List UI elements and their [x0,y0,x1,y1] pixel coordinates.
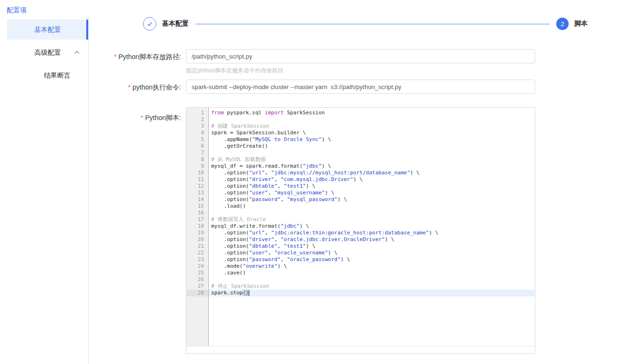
code-line[interactable]: .load() [209,203,535,210]
step-1-label: 基本配置 [162,20,189,28]
line-number: 19 [186,230,208,236]
sidebar-item-label: 基本配置 [34,26,61,33]
code-line[interactable] [209,116,535,123]
line-number: 26 [186,276,208,283]
field-exec-command: *python执行命令: [89,80,632,95]
line-number: 7 [186,150,208,156]
line-number: 27 [186,283,208,290]
main-content: 基本配置 2 脚本 *Python脚本存放路径: 指定phthon脚本在服务器中… [89,0,632,364]
app-root: 配置项 基本配置 高级配置 结果断言 基本配置 [0,0,632,364]
line-number: 6 [186,143,208,150]
line-number: 15 [186,203,208,210]
code-line[interactable]: .mode("overwrite") \ [209,263,535,270]
code-line[interactable] [209,276,535,283]
line-number: 18 [186,223,208,230]
line-number: 25 [186,270,208,276]
exec-command-input[interactable] [186,80,535,94]
code-line[interactable]: spark.stop() [209,290,535,296]
line-number: 11 [186,176,208,183]
code-line[interactable]: .option("password", "oracle_password") \ [209,256,535,263]
python-script-label: *Python脚本: [89,107,186,354]
required-mark: * [114,53,116,61]
line-number: 3 [186,123,208,130]
stepper-connector-line [195,24,550,24]
sidebar-nav: 基本配置 高级配置 结果断言 [0,20,88,85]
line-number: 13 [186,190,208,196]
editor-code[interactable]: from pyspark.sql import SparkSession# 创建… [209,108,535,346]
script-path-input[interactable] [186,49,535,63]
code-line[interactable]: # 创建 SparkSession [209,123,535,130]
code-mirror[interactable]: 1234567891011121314151617181920212223242… [186,108,535,346]
code-line[interactable]: .option("user", "mysql_username") \ [209,190,535,196]
sidebar: 配置项 基本配置 高级配置 结果断言 [0,0,88,364]
code-line[interactable]: .getOrCreate() [209,143,535,150]
line-number: 17 [186,216,208,223]
code-line[interactable]: mysql_df.write.format("jdbc") \ [209,223,535,230]
script-path-help-text: 指定phthon脚本在服务器中的存放路径 [186,67,535,75]
code-line[interactable]: .option("user", "oracle_username") \ [209,250,535,256]
code-line[interactable]: .option("driver", "oracle.jdbc.driver.Or… [209,236,535,243]
editor-gutter: 1234567891011121314151617181920212223242… [186,108,209,346]
code-line[interactable] [209,210,535,216]
code-line[interactable]: # 从 MySQL 加载数据 [209,156,535,163]
exec-command-label: *python执行命令: [89,80,186,95]
code-line[interactable] [209,150,535,156]
line-number: 16 [186,210,208,216]
sidebar-title: 配置项 [0,0,88,15]
code-line[interactable]: spark = SparkSession.builder \ [209,130,535,136]
line-number: 5 [186,136,208,143]
code-line[interactable]: from pyspark.sql import SparkSession [209,110,535,116]
code-line[interactable]: .option("dbtable", "test1") \ [209,243,535,250]
code-line[interactable]: .appName("MySQL to Oracle Sync") \ [209,136,535,143]
line-number: 28 [186,290,208,296]
field-python-script: *Python脚本: 12345678910111213141516171819… [89,107,632,354]
sidebar-item-label: 结果断言 [44,71,71,79]
required-mark: * [141,114,143,121]
code-line[interactable]: .option("url", "jdbc:mysql://mysql_host:… [209,170,535,176]
line-number: 8 [186,156,208,163]
line-number: 12 [186,183,208,190]
code-line[interactable]: .option("dbtable", "test1") \ [209,183,535,190]
stepper: 基本配置 2 脚本 [143,17,588,30]
script-path-label: *Python脚本存放路径: [89,49,186,75]
sidebar-item-basic-config[interactable]: 基本配置 [7,20,88,40]
chevron-up-icon[interactable] [75,51,80,56]
sidebar-item-advanced-config[interactable]: 高级配置 [7,42,88,62]
check-icon [146,20,153,27]
line-number: 14 [186,196,208,203]
line-number: 21 [186,243,208,250]
sidebar-item-result-assertion[interactable]: 结果断言 [7,65,88,85]
python-script-editor[interactable]: 1234567891011121314151617181920212223242… [186,107,535,354]
line-number: 9 [186,163,208,170]
code-line[interactable]: .option("driver", "com.mysql.jdbc.Driver… [209,176,535,183]
line-number: 2 [186,116,208,123]
sidebar-item-label: 高级配置 [34,49,61,56]
field-script-path: *Python脚本存放路径: 指定phthon脚本在服务器中的存放路径 [89,49,632,75]
step-2-label: 脚本 [574,20,588,28]
step-2-number: 2 [561,20,564,28]
code-line[interactable]: # 将数据写入 Oracle [209,216,535,223]
code-line[interactable]: # 停止 SparkSession [209,283,535,290]
line-number: 20 [186,236,208,243]
text-cursor [249,290,249,296]
code-line[interactable]: mysql_df = spark.read.format("jdbc") \ [209,163,535,170]
code-line[interactable]: .option("password", "mysql_password") \ [209,196,535,203]
line-number: 1 [186,110,208,116]
step-1-circle [143,17,156,30]
line-number: 22 [186,250,208,256]
step-2-circle: 2 [556,18,569,30]
line-number: 10 [186,170,208,176]
line-number: 24 [186,263,208,270]
code-line[interactable]: .option("url", "jdbc:oracle:thin:@oracle… [209,230,535,236]
code-line[interactable]: .save() [209,270,535,276]
line-number: 23 [186,256,208,263]
required-mark: * [128,83,131,91]
line-number: 4 [186,130,208,136]
